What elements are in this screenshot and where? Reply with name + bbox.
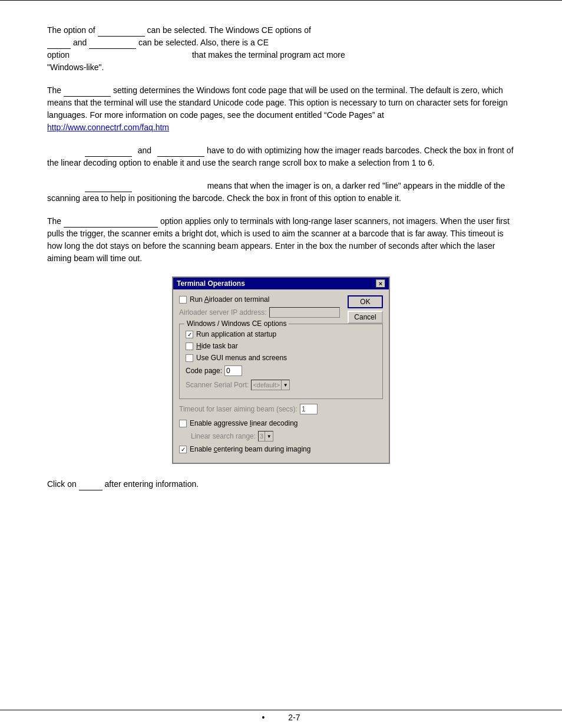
dialog-body: OK Cancel Run Airloader on terminal Airl… [173,289,389,463]
run-app-startup-checkbox[interactable] [186,331,193,338]
cancel-button[interactable]: Cancel [348,311,383,324]
ok-button[interactable]: OK [348,295,383,308]
hide-taskbar-checkbox[interactable] [186,342,193,350]
scanner-port-arrow-icon[interactable]: ▼ [281,380,289,390]
airloader-ip-label: Airloader server IP address: [179,308,267,317]
run-airloader-text: Run Airloader on terminal [190,295,269,304]
hide-taskbar-row: Hide task bar [186,342,376,350]
windows-ce-group: Windows / Windows CE options Run applica… [179,324,383,399]
p2-link[interactable]: http://www.connectrf.com/faq.htm [47,123,169,132]
paragraph-5: The option applies only to terminals wit… [47,215,515,265]
p5-text-the: The [47,216,61,226]
timeout-label: Timeout for laser aiming beam (secs): [179,405,297,413]
run-app-startup-label: Run application at startup [196,330,276,338]
dialog-titlebar: Terminal Operations × [173,278,389,289]
p1-text-option: option [47,50,70,60]
p1-text-and: and [73,38,87,47]
enable-centering-label: Enable centering beam during imaging [190,445,310,453]
enable-linear-checkbox[interactable] [179,420,187,427]
run-app-startup-row: Run application at startup [186,330,376,338]
paragraph-2: The setting determines the Windows font … [47,84,515,134]
p5-blank [64,218,158,228]
p3-blank2 [157,147,204,157]
p4-blank [85,183,132,192]
page-number: 2-7 [288,713,300,722]
footer-after-text: after entering information. [105,479,199,489]
linear-search-arrow-icon[interactable]: ▼ [265,431,273,441]
timeout-row: Timeout for laser aiming beam (secs): [179,404,383,414]
dialog-title: Terminal Operations [177,279,245,288]
p2-blank [64,87,111,97]
footer-click-on: Click on [47,479,77,489]
p2-text-main: setting determines the Windows font code… [47,85,508,120]
p1-text-mid1: can be selected. The Windows CE options … [147,25,311,35]
top-rule [0,0,562,1]
run-airloader-checkbox[interactable] [179,296,187,304]
scanner-port-select-wrapper: <default> ▼ [251,380,290,390]
bottom-rule [0,710,562,710]
paragraph-4: means that when the imager is on, a dark… [47,180,515,205]
scanner-port-row: Scanner Serial Port: <default> ▼ [186,380,376,390]
scanner-port-label: Scanner Serial Port: [186,381,249,389]
linear-search-value: 3 [259,433,265,440]
p3-blank1 [85,147,132,157]
p1-blank2 [47,39,71,49]
code-page-row: Code page: [186,365,376,376]
group-legend: Windows / Windows CE options [184,319,289,328]
paragraph-3: and have to do with optimizing how the i… [47,144,515,169]
linear-search-row: Linear search range: 3 ▼ [191,431,383,442]
p1-text-end: that makes the terminal program act more [192,50,345,60]
code-page-input[interactable] [224,365,242,376]
use-gui-label: Use GUI menus and screens [196,354,287,362]
linear-search-label: Linear search range: [191,432,256,440]
dialog-buttons-area: OK Cancel [348,295,383,324]
airloader-ip-input[interactable] [269,307,340,318]
p2-text-before: The [47,85,61,95]
page-container: The option of can be selected. The Windo… [0,0,562,728]
hide-taskbar-label: Hide task bar [196,342,238,350]
linear-search-select[interactable]: 3 ▼ [258,431,273,442]
p1-blank3 [89,39,136,49]
dialog-wrapper: Terminal Operations × OK Cancel Run Airl… [47,276,515,464]
enable-linear-row: Enable aggressive linear decoding [179,419,383,427]
use-gui-checkbox[interactable] [186,354,193,362]
footer-paragraph: Click on after entering information. [47,478,515,490]
scanner-port-select[interactable]: <default> ▼ [251,380,290,390]
code-page-label: Code page: [186,367,222,375]
group-content: Run application at startup Hide task bar [186,330,376,390]
timeout-input[interactable] [300,404,318,414]
enable-centering-checkbox[interactable] [179,446,187,453]
use-gui-row: Use GUI menus and screens [186,354,376,362]
p1-text-windows: "Windows-like". [47,62,104,72]
terminal-operations-dialog: Terminal Operations × OK Cancel Run Airl… [172,276,390,464]
run-airloader-label: Run Airloader on terminal [190,295,269,304]
p3-text-and: and [134,146,155,155]
linear-search-select-wrapper: 3 ▼ [258,431,273,442]
p1-text-mid2: can be selected. Also, there is a CE [138,38,269,47]
content-area: The option of can be selected. The Windo… [0,12,562,548]
footer-area: • 2-7 [0,713,562,722]
footer-blank [79,481,103,490]
p1-blank1 [98,27,145,37]
scanner-port-value: <default> [252,381,281,388]
enable-centering-row: Enable centering beam during imaging [179,445,383,453]
footer-bullet: • [262,713,265,722]
enable-linear-label: Enable aggressive linear decoding [190,419,297,427]
paragraph-1: The option of can be selected. The Windo… [47,24,515,74]
dialog-close-button[interactable]: × [376,279,385,288]
p1-text-before: The option of [47,25,95,35]
